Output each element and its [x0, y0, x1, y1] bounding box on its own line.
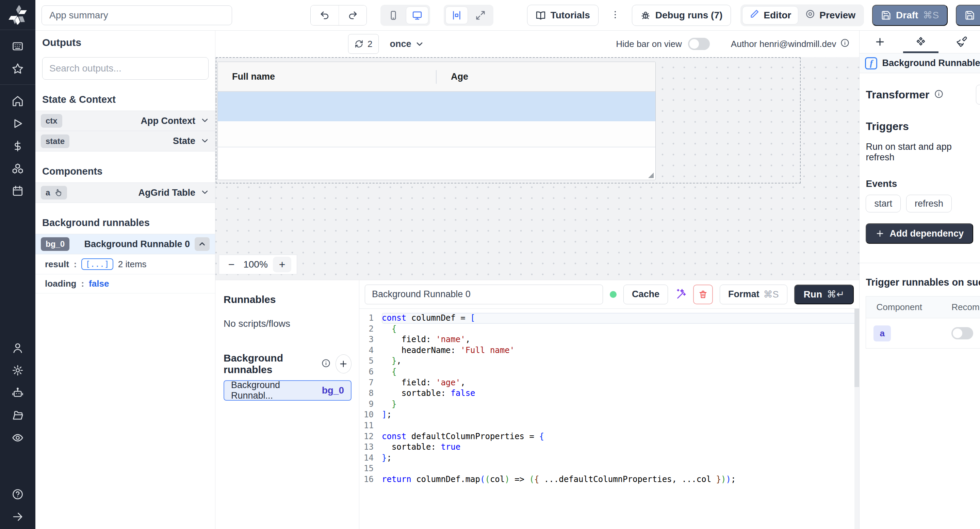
code-line[interactable]: {: [382, 324, 859, 335]
table-header-age[interactable]: Age: [437, 62, 655, 91]
editor-tab[interactable]: Editor: [742, 6, 798, 24]
tab-styling[interactable]: [941, 31, 980, 53]
code-line[interactable]: headerName: 'Full name': [382, 345, 859, 356]
apps-grid-icon[interactable]: [11, 40, 24, 53]
schedules-calendar-icon[interactable]: [11, 185, 24, 197]
workers-bot-icon[interactable]: [11, 387, 24, 399]
code-line[interactable]: sortable: false: [382, 388, 859, 399]
code-line[interactable]: };: [382, 453, 859, 464]
chevron-down-icon[interactable]: [200, 115, 210, 126]
zoom-in-button[interactable]: +: [273, 257, 291, 272]
redo-button[interactable]: [339, 5, 366, 25]
tab-insert-component[interactable]: [859, 31, 900, 53]
chevron-down-icon[interactable]: [200, 136, 210, 147]
settings-gear-icon[interactable]: [11, 364, 24, 376]
hide-bar-toggle[interactable]: [688, 38, 710, 50]
search-outputs-input[interactable]: [42, 57, 208, 80]
app-summary-input[interactable]: [41, 5, 232, 25]
result-expand-button[interactable]: [...]: [81, 258, 113, 270]
code-lines[interactable]: const columnDef = [ { field: 'name', hea…: [382, 313, 859, 529]
format-button[interactable]: Format ⌘S: [720, 285, 788, 304]
bg0-label: Background Runnable 0: [84, 239, 190, 250]
recompute-toggle[interactable]: [951, 327, 973, 339]
ai-wand-icon[interactable]: [675, 288, 686, 301]
favorites-star-icon[interactable]: [11, 63, 24, 75]
code-line[interactable]: field: 'name',: [382, 334, 859, 345]
editor-scrollbar[interactable]: [854, 309, 859, 529]
ctx-row[interactable]: ctx App Context: [35, 111, 215, 131]
loading-value: false: [89, 279, 109, 289]
resize-handle[interactable]: [648, 172, 654, 178]
info-icon[interactable]: [840, 38, 850, 50]
bg0-row[interactable]: bg_0 Background Runnable 0: [35, 234, 215, 254]
component-a-row[interactable]: a AgGrid Table: [35, 182, 215, 203]
code-line[interactable]: }: [382, 399, 859, 410]
debug-runs-button[interactable]: Debug runs (7): [632, 5, 731, 26]
runnable-item-badge: bg_0: [322, 385, 344, 396]
trigger-runnables-table: Component Recompute a: [865, 296, 980, 349]
audit-eye-icon[interactable]: [11, 432, 24, 444]
mobile-view-button[interactable]: [382, 6, 404, 24]
refresh-mode-select[interactable]: once: [390, 39, 424, 49]
undo-button[interactable]: [311, 5, 339, 25]
result-key: result: [45, 259, 69, 269]
windmill-logo[interactable]: [0, 0, 35, 30]
runnable-item-label: Background Runnabl...: [231, 380, 322, 401]
transformer-title: Transformer: [865, 89, 929, 101]
desktop-view-button[interactable]: [406, 6, 428, 24]
runs-play-icon[interactable]: [11, 118, 24, 130]
tab-component-settings[interactable]: [900, 31, 941, 53]
code-line[interactable]: },: [382, 356, 859, 366]
deploy-button[interactable]: Deploy: [956, 5, 980, 26]
column-component: Component: [866, 302, 951, 312]
code-line[interactable]: const columnDef = [: [382, 313, 859, 324]
runnable-name-input[interactable]: [365, 285, 603, 304]
hand-pointer-icon: [53, 188, 62, 197]
variables-dollar-icon[interactable]: [11, 140, 24, 152]
chevron-down-icon[interactable]: [200, 187, 210, 198]
status-dot: [610, 291, 617, 298]
expand-sidebar-icon[interactable]: [11, 511, 24, 523]
code-area[interactable]: 12345678910111213141516 const columnDef …: [360, 309, 859, 529]
more-menu-button[interactable]: [610, 10, 620, 21]
component-a-chip[interactable]: a: [873, 325, 891, 341]
code-line[interactable]: [382, 463, 859, 474]
code-line[interactable]: field: 'age',: [382, 378, 859, 389]
zoom-out-button[interactable]: −: [224, 258, 238, 271]
draft-button[interactable]: Draft ⌘S: [872, 5, 948, 26]
help-icon[interactable]: [11, 488, 24, 500]
aggrid-table-component[interactable]: Full name Age: [218, 62, 656, 180]
state-row[interactable]: state State: [35, 131, 215, 151]
right-panel-header: f Background Runnable 0: [859, 53, 980, 73]
app-canvas[interactable]: Full name Age − 100% +: [215, 57, 859, 280]
code-line[interactable]: {: [382, 366, 859, 378]
info-icon[interactable]: [934, 89, 943, 100]
code-line[interactable]: sortable: true: [382, 442, 859, 453]
code-line[interactable]: const defaultColumnProperties = {: [382, 431, 859, 442]
table-row-selected[interactable]: [218, 92, 655, 121]
run-button[interactable]: Run ⌘↵: [794, 285, 854, 304]
folders-icon[interactable]: [11, 409, 24, 421]
canvas-toolbar: 2 once Hide bar on view Author henri@win…: [215, 31, 859, 57]
add-transformer-button[interactable]: Add: [976, 85, 980, 105]
add-dependency-button[interactable]: Add dependency: [865, 223, 973, 244]
delete-button[interactable]: [693, 285, 713, 304]
users-icon[interactable]: [11, 342, 24, 354]
code-line[interactable]: ];: [382, 409, 859, 421]
table-header-fullname[interactable]: Full name: [218, 62, 437, 91]
cache-button[interactable]: Cache: [624, 285, 668, 304]
bg-runnable-item-selected[interactable]: Background Runnabl... bg_0: [224, 380, 352, 401]
home-icon[interactable]: [11, 95, 24, 107]
preview-tab[interactable]: Preview: [798, 6, 862, 24]
tutorials-button[interactable]: Tutorials: [527, 5, 598, 26]
add-runnable-button[interactable]: [336, 354, 352, 373]
code-line[interactable]: return columnDef.map((col) => ({ ...defa…: [382, 474, 859, 485]
fullscreen-button[interactable]: [469, 6, 492, 24]
table-row[interactable]: [218, 121, 655, 147]
info-icon[interactable]: [321, 359, 331, 369]
code-line[interactable]: [382, 421, 859, 431]
center-align-button[interactable]: [445, 6, 468, 24]
collapse-button[interactable]: [195, 237, 210, 251]
refresh-count-button[interactable]: 2: [348, 34, 379, 54]
resources-boxes-icon[interactable]: [11, 163, 24, 175]
